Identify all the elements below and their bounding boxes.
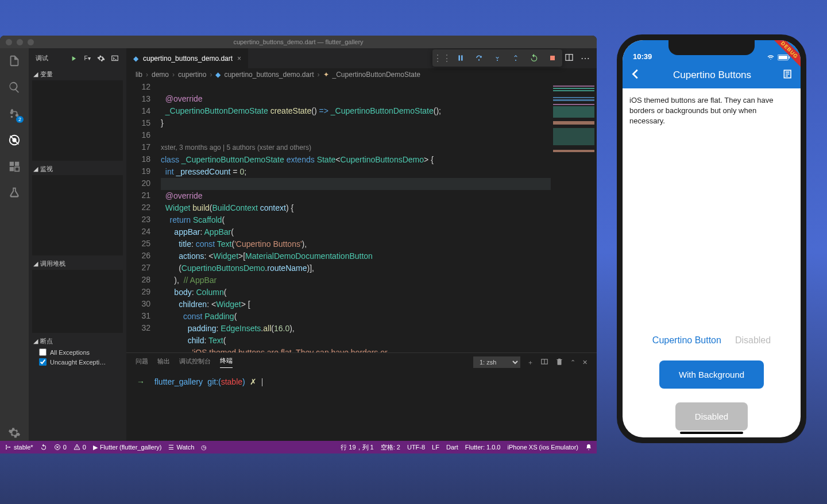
breakpoint-uncaught[interactable]: Uncaught Excepti… [29, 357, 126, 367]
kill-terminal-icon[interactable] [555, 358, 563, 367]
section-callstack[interactable]: ◢ 调用堆栈 [29, 258, 126, 270]
minimize-window-dot[interactable] [17, 39, 23, 45]
split-terminal-icon[interactable] [540, 358, 548, 367]
svg-point-21 [6, 448, 7, 449]
settings-gear-icon[interactable] [6, 425, 22, 441]
encoding-status[interactable]: UTF-8 [407, 444, 425, 451]
variables-pane [32, 80, 123, 161]
appbar-title: Cupertino Buttons [642, 69, 782, 81]
close-window-dot[interactable] [6, 39, 12, 45]
debug-config-dropdown[interactable]: F▾ [83, 54, 92, 63]
terminal-body[interactable]: → flutter_gallery git:(stable) ✗ [126, 371, 597, 441]
panel: 问题 输出 调试控制台 终端 1: zsh ＋ ⌃ ✕ → flutter_ga… [126, 352, 597, 441]
flutter-run-status[interactable]: ▶ Flutter (flutter_gallery) [93, 444, 162, 451]
step-over-icon[interactable] [474, 53, 484, 63]
tab-problems[interactable]: 问题 [136, 357, 148, 368]
test-icon[interactable] [6, 185, 22, 201]
split-editor-icon[interactable] [565, 53, 574, 64]
class-icon: ✦ [323, 71, 329, 79]
section-variables[interactable]: ◢ 变量 [29, 68, 126, 80]
debug-icon[interactable] [6, 132, 22, 148]
scm-icon[interactable]: 2 [6, 106, 22, 122]
maximize-window-dot[interactable] [28, 39, 34, 45]
debug-title: 调试 [36, 54, 64, 63]
search-icon[interactable] [6, 79, 22, 95]
tab-debug-console[interactable]: 调试控制台 [179, 357, 211, 368]
notification-bell-icon[interactable] [585, 444, 592, 451]
breakpoint-all-exceptions[interactable]: All Exceptions [29, 347, 126, 357]
svg-point-1 [11, 116, 13, 118]
phone-time: 10:39 [633, 52, 652, 61]
svg-point-22 [9, 447, 10, 448]
svg-point-4 [12, 138, 16, 142]
cursor-position-status[interactable]: 行 19，列 1 [341, 443, 373, 452]
step-out-icon[interactable] [511, 53, 521, 63]
stop-icon[interactable] [547, 53, 558, 63]
tab-label: cupertino_buttons_demo.dart [143, 55, 233, 63]
drag-handle-icon[interactable]: ⋮⋮ [437, 53, 447, 63]
svg-rect-6 [15, 162, 19, 166]
wifi-icon [766, 54, 775, 61]
language-status[interactable]: Dart [446, 444, 458, 451]
phone-screen: DEBUG 10:39 Cupertino Buttons iOS themed… [623, 40, 801, 437]
vscode-body: 2 调试 F▾ ◢ 变量 ◢ 监视 ◢ 调用堆栈 ◢ 断点 All Except… [0, 48, 597, 441]
breadcrumbs[interactable]: lib› demo› cupertino› ◆ cupertino_button… [126, 68, 597, 81]
close-panel-icon[interactable]: ✕ [582, 359, 588, 366]
flutter-version-status[interactable]: Flutter: 1.0.0 [465, 444, 501, 451]
dart-file-icon: ◆ [215, 71, 221, 79]
svg-rect-7 [10, 167, 14, 171]
phone-notch [668, 40, 755, 55]
cupertino-button-disabled: Disabled [735, 334, 771, 347]
breakpoint-checkbox[interactable] [39, 348, 47, 356]
phone-content: iOS themed buttons are flat. They can ha… [623, 88, 801, 437]
debug-console-icon[interactable] [110, 54, 119, 63]
close-tab-icon[interactable]: × [237, 55, 241, 63]
restart-icon[interactable] [529, 53, 539, 63]
clock-status[interactable]: ◷ [201, 444, 207, 451]
cupertino-button-bg[interactable]: With Background [659, 360, 764, 389]
phone-appbar: Cupertino Buttons [623, 62, 801, 88]
new-terminal-icon[interactable]: ＋ [527, 358, 534, 367]
breakpoint-checkbox[interactable] [39, 358, 47, 366]
extensions-icon[interactable] [6, 158, 22, 175]
start-debug-icon[interactable] [69, 54, 78, 63]
terminal-select[interactable]: 1: zsh [473, 356, 520, 368]
phone-status-icons [766, 54, 790, 61]
panel-tabs: 问题 输出 调试控制台 终端 1: zsh ＋ ⌃ ✕ [126, 353, 597, 371]
watch-pane [32, 175, 123, 255]
sync-status[interactable] [40, 444, 47, 451]
home-indicator[interactable] [680, 432, 743, 434]
svg-point-15 [497, 60, 498, 61]
tab-output[interactable]: 输出 [157, 357, 170, 368]
tab-terminal[interactable]: 终端 [220, 356, 233, 368]
debug-sidebar: 调试 F▾ ◢ 变量 ◢ 监视 ◢ 调用堆栈 ◢ 断点 All Exceptio… [29, 48, 126, 441]
svg-rect-26 [789, 56, 790, 58]
maximize-panel-icon[interactable]: ⌃ [570, 359, 575, 366]
section-watch[interactable]: ◢ 监视 [29, 163, 126, 175]
back-icon[interactable] [629, 68, 642, 83]
cupertino-button[interactable]: Cupertino Button [652, 334, 721, 347]
status-bar: stable* 0 0 ▶ Flutter (flutter_gallery) … [0, 441, 597, 453]
errors-status[interactable]: 0 [54, 444, 67, 451]
indent-status[interactable]: 空格: 2 [381, 443, 400, 452]
watch-status[interactable]: ☰ Watch [168, 444, 194, 451]
debug-settings-icon[interactable] [96, 54, 106, 63]
more-actions-icon[interactable]: ⋯ [581, 53, 590, 64]
code-editor[interactable]: 1213141516171819202122232425262728293031… [126, 81, 597, 352]
warnings-status[interactable]: 0 [74, 444, 86, 451]
device-status[interactable]: iPhone XS (ios Emulator) [508, 444, 579, 451]
window-controls [6, 39, 34, 45]
editor-tab[interactable]: ◆ cupertino_buttons_demo.dart × [126, 48, 249, 68]
code-content[interactable]: @override _CupertinoButtonDemoState crea… [161, 81, 551, 352]
minimap[interactable] [551, 81, 597, 352]
explorer-icon[interactable] [6, 53, 22, 69]
svg-point-16 [515, 60, 516, 61]
pause-icon[interactable] [455, 53, 466, 63]
svg-point-20 [6, 445, 7, 446]
step-into-icon[interactable] [492, 53, 503, 63]
section-breakpoints[interactable]: ◢ 断点 [29, 335, 126, 347]
git-branch-status[interactable]: stable* [5, 444, 33, 451]
eol-status[interactable]: LF [432, 444, 439, 451]
docs-icon[interactable] [782, 68, 794, 82]
debug-toolbar[interactable]: ⋮⋮ [432, 49, 562, 67]
